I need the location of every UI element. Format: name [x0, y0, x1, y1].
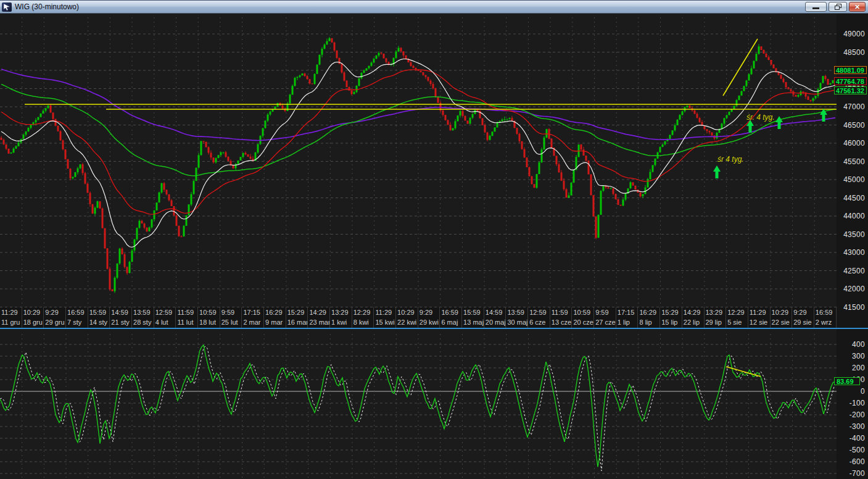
- oscillator-tick-label: 0: [837, 387, 865, 396]
- date-label: 22 kwi: [397, 317, 418, 327]
- close-icon: ✕: [854, 3, 860, 11]
- date-label: 13 cze: [552, 317, 572, 327]
- date-label: 6 maj: [441, 317, 461, 327]
- minimize-button[interactable]: [805, 2, 827, 12]
- buy-arrow-icon: [713, 165, 721, 178]
- oscillator-tick-label: -200: [837, 410, 865, 419]
- price-box-upper: 48081.09: [834, 66, 867, 74]
- time-label: 13:29: [706, 307, 726, 317]
- time-axis-cell: 12:295 sie: [726, 307, 748, 328]
- time-axis-cell: 15:5914 sty: [88, 307, 110, 328]
- time-axis-cell: 17:151 lip: [616, 307, 639, 328]
- annotation-sr4tyg-2: śr 4 tyg.: [717, 155, 744, 164]
- price-tick-label: 41500: [837, 303, 865, 312]
- date-label: 18 gru: [23, 317, 44, 327]
- date-label: 12 sie: [750, 317, 770, 327]
- date-label: 8 kwi: [353, 317, 374, 327]
- price-tick-label: 48500: [837, 48, 865, 57]
- date-label: 29 gru: [45, 317, 65, 327]
- time-axis-cell: 15:2916 mar: [286, 307, 308, 328]
- time-label: 9:29: [420, 307, 440, 317]
- time-label: 14:59: [486, 307, 506, 317]
- oscillator-value-box: 83.69: [834, 377, 860, 385]
- time-axis-cell: 16:597 sty: [66, 307, 88, 328]
- time-axis-cell: 12:596 cze: [528, 307, 550, 328]
- time-label: 15:59: [463, 307, 484, 317]
- time-label: 14:29: [309, 307, 329, 317]
- date-label: 15 lip: [661, 317, 682, 327]
- oscillator-tick-label: 400: [837, 340, 865, 349]
- date-label: 13 maj: [463, 317, 484, 327]
- date-label: 4 lut: [155, 317, 176, 327]
- oscillator-tick-label: -500: [837, 446, 865, 454]
- time-label: 14:29: [684, 307, 704, 317]
- price-box-last: 47764.78: [834, 77, 867, 85]
- time-label: 9:59: [595, 307, 616, 317]
- date-label: 29 kwi: [420, 317, 440, 327]
- time-label: 10:29: [23, 307, 44, 317]
- price-tick-label: 46500: [837, 121, 865, 130]
- time-axis-cell: 14:5921 sty: [110, 307, 132, 328]
- oscillator-chart[interactable]: [0, 329, 837, 479]
- time-axis-cell: 11:2911 gru: [0, 307, 22, 328]
- time-label: 15:29: [287, 307, 308, 317]
- time-axis-cell: 12:298 kwi: [352, 307, 374, 328]
- date-label: 28 sty: [133, 317, 154, 327]
- date-label: 11 gru: [1, 317, 22, 327]
- date-label: 30 maj: [507, 317, 527, 327]
- oscillator-tick-label: 200: [837, 364, 865, 372]
- time-axis-cell: 13:2929 lip: [705, 307, 727, 328]
- time-axis-cell: 11:5911 lut: [176, 307, 198, 328]
- date-label: 7 sty: [67, 317, 88, 327]
- time-axis-cell: 15:5913 maj: [462, 307, 484, 328]
- time-axis-cell: 16:298 lip: [638, 307, 660, 328]
- time-label: 10:29: [772, 307, 792, 317]
- time-label: 16:29: [265, 307, 286, 317]
- time-label: 12:29: [353, 307, 374, 317]
- restore-button[interactable]: [829, 2, 847, 12]
- time-axis-cell: 10:2922 sie: [771, 307, 793, 328]
- date-label: 11 lut: [177, 317, 197, 327]
- date-label: 23 mar: [309, 317, 329, 327]
- date-label: 20 maj: [486, 317, 506, 327]
- price-tick-label: 44000: [837, 212, 865, 220]
- date-label: 14 sty: [89, 317, 110, 327]
- time-label: 11:29: [375, 307, 395, 317]
- oscillator-tick-label: -100: [837, 399, 865, 407]
- time-label: 17:15: [618, 307, 638, 317]
- time-label: 14:59: [111, 307, 131, 317]
- time-axis-cell: 13:5928 sty: [132, 307, 154, 328]
- close-button[interactable]: ✕: [849, 2, 866, 12]
- app-window: WIG (30-minutowo) ✕ 49000485004800047500…: [0, 0, 868, 479]
- titlebar[interactable]: WIG (30-minutowo) ✕: [0, 0, 868, 14]
- time-axis-cell: 9:2929 kwi: [418, 307, 440, 328]
- time-label: 11:59: [552, 307, 572, 317]
- date-label: 1 lip: [618, 317, 638, 327]
- cursor-arrow-icon: [3, 3, 10, 10]
- time-label: 10:59: [199, 307, 220, 317]
- time-label: 13:59: [507, 307, 527, 317]
- time-label: 9:29: [793, 307, 814, 317]
- buy-arrow-icon: [746, 120, 754, 133]
- time-label: 11:29: [750, 307, 770, 317]
- price-tick-label: 47000: [837, 102, 865, 111]
- price-tick-label: 45500: [837, 157, 865, 166]
- time-label: 12:59: [155, 307, 176, 317]
- date-label: 1 kwi: [331, 317, 352, 327]
- date-label: 9 mar: [265, 317, 286, 327]
- time-label: 16:59: [441, 307, 461, 317]
- main-price-chart[interactable]: [0, 14, 837, 307]
- date-label: 5 sie: [727, 317, 748, 327]
- time-axis-cell: 13:291 kwi: [330, 307, 352, 328]
- time-axis-cell: 9:5925 lut: [220, 307, 242, 328]
- time-label: 11:29: [1, 307, 22, 317]
- price-tick-label: 42000: [837, 285, 865, 293]
- date-label: 2 mar: [243, 317, 263, 327]
- restore-icon: [835, 4, 841, 10]
- date-label: 25 lut: [221, 317, 242, 327]
- window-buttons: ✕: [805, 2, 866, 12]
- time-axis-cell: 9:2929 gru: [44, 307, 66, 328]
- time-axis-cell: 10:5920 cze: [572, 307, 594, 328]
- time-axis-cell: 14:5920 maj: [484, 307, 506, 328]
- time-label: 10:59: [573, 307, 593, 317]
